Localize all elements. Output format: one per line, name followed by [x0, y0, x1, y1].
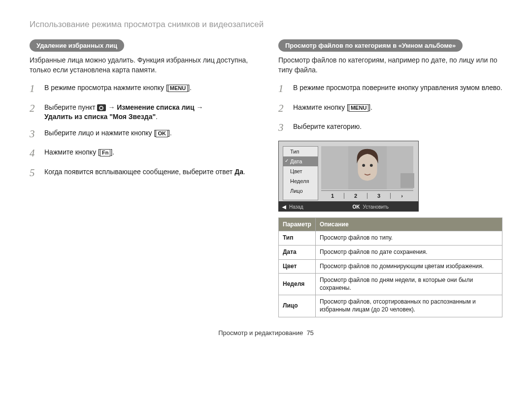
right-step-2: 2 Нажмите кнопку [MENU]. [278, 101, 502, 116]
sa-pager: 1 2 3 › [321, 190, 413, 200]
sa-menu-item: Лицо [283, 186, 318, 196]
step-text: ]. [188, 84, 192, 92]
sa-menu-item: Тип [283, 147, 318, 156]
step-number: 4 [30, 146, 38, 160]
td-param: Тип [279, 231, 316, 246]
td-desc: Просмотр файлов по дням недели, в которы… [315, 274, 502, 295]
step-text: Выберите пункт [44, 103, 97, 111]
step-text: Нажмите кнопку [ [293, 103, 349, 111]
ok-key-icon: OK [353, 204, 360, 210]
sa-menu: Тип Дата Цвет Неделя Лицо [283, 146, 318, 200]
step-bold: Изменение списка лиц [117, 103, 194, 111]
param-table: Параметр Описание Тип Просмотр файлов по… [278, 217, 502, 317]
sa-pager-cell: 3 [367, 193, 390, 199]
ok-key-icon: OK [156, 130, 168, 137]
th-desc: Описание [315, 218, 502, 231]
step-text: ]. [110, 148, 114, 156]
step-text: В режиме просмотра нажмите кнопку [ [44, 84, 168, 92]
right-section-heading: Просмотр файлов по категориям в «Умном а… [278, 39, 463, 52]
sa-back-label: Назад [289, 204, 303, 210]
back-arrow-icon: ◀ [282, 204, 286, 210]
table-row: Неделя Просмотр файлов по дням недели, в… [279, 274, 502, 295]
left-step-2: 2 Выберите пункт → Изменение списка лиц … [30, 101, 254, 122]
footer-page: 75 [306, 329, 313, 337]
table-row: Лицо Просмотр файлов, отсортированных по… [279, 295, 502, 317]
page-title: Использование режима просмотра снимков и… [30, 20, 502, 30]
smart-album-screenshot: Тип Дата Цвет Неделя Лицо [278, 141, 419, 212]
right-step-1: 1 В режиме просмотра поверните кнопку уп… [278, 82, 502, 96]
step-number: 1 [278, 82, 287, 96]
table-row: Цвет Просмотр файлов по доминирующим цве… [279, 259, 502, 274]
step-number: 2 [278, 101, 287, 116]
page-footer: Просмотр и редактирование 75 [30, 329, 502, 337]
step-text: Когда появится всплывающее сообщение, вы… [44, 168, 234, 176]
sa-menu-item: Неделя [283, 176, 318, 186]
left-step-5: 5 Когда появится всплывающее сообщение, … [30, 166, 254, 180]
left-section-heading: Удаление избранных лиц [30, 39, 124, 52]
right-column: Просмотр файлов по категориям в «Умном а… [278, 39, 502, 317]
sa-pager-cell: 2 [344, 193, 367, 199]
table-row: Тип Просмотр файлов по типу. [279, 231, 502, 246]
th-param: Параметр [279, 218, 316, 231]
table-row: Дата Просмотр файлов по дате сохранения. [279, 245, 502, 259]
left-step-3: 3 Выберите лицо и нажмите кнопку [OK]. [30, 127, 254, 141]
svg-point-1 [362, 164, 365, 167]
step-text: Выберите лицо и нажмите кнопку [ [44, 129, 156, 137]
step-number: 2 [30, 101, 38, 122]
sa-pager-next-icon: › [390, 193, 413, 199]
step-text: ]. [168, 129, 172, 137]
right-intro: Просмотр файлов по категориям, например … [278, 56, 502, 75]
step-text: . [156, 113, 158, 121]
sa-set-label: Установить [363, 204, 389, 210]
sa-menu-item: Цвет [283, 166, 318, 176]
step-number: 3 [30, 127, 38, 141]
left-step-4: 4 Нажмите кнопку [Fn]. [30, 146, 254, 160]
sa-footer: ◀ Назад OK Установить [278, 202, 419, 212]
arrow-text: → [108, 103, 117, 111]
arrow-text: → [195, 103, 203, 111]
step-number: 5 [30, 166, 38, 180]
step-bold: Да [234, 168, 243, 176]
td-desc: Просмотр файлов по доминирующим цветам и… [315, 259, 502, 274]
step-text: В режиме просмотра поверните кнопку упра… [293, 82, 502, 96]
td-desc: Просмотр файлов по дате сохранения. [315, 245, 502, 259]
step-bold: Удалить из списка "Моя Звезда" [44, 113, 156, 121]
sa-thumb [400, 173, 414, 188]
step-text: . [243, 168, 245, 176]
menu-key-icon: MENU [349, 104, 368, 112]
menu-key-icon: MENU [168, 85, 188, 92]
step-number: 1 [30, 82, 38, 96]
camera-icon [97, 104, 106, 111]
left-column: Удаление избранных лиц Избранные лица мо… [30, 39, 254, 317]
td-param: Неделя [279, 274, 316, 295]
sa-menu-item-selected: Дата [283, 156, 318, 166]
footer-section: Просмотр и редактирование [218, 329, 303, 337]
td-desc: Просмотр файлов по типу. [315, 231, 502, 246]
sa-preview-image [321, 146, 413, 189]
svg-point-2 [369, 164, 372, 167]
td-param: Дата [279, 245, 316, 259]
step-text: Нажмите кнопку [ [44, 148, 100, 156]
face-placeholder-icon [348, 146, 387, 189]
step-number: 3 [278, 121, 287, 135]
td-param: Цвет [279, 259, 316, 274]
right-step-3: 3 Выберите категорию. [278, 121, 502, 135]
td-param: Лицо [279, 295, 316, 317]
td-desc: Просмотр файлов, отсортированных по расп… [315, 295, 502, 317]
left-intro: Избранные лица можно удалить. Функция из… [30, 56, 254, 75]
left-step-1: 1 В режиме просмотра нажмите кнопку [MEN… [30, 82, 254, 96]
sa-pager-cell: 1 [321, 193, 344, 199]
step-text: Выберите категорию. [293, 121, 362, 135]
step-text: ]. [368, 103, 372, 111]
fn-key-icon: Fn [100, 149, 110, 156]
